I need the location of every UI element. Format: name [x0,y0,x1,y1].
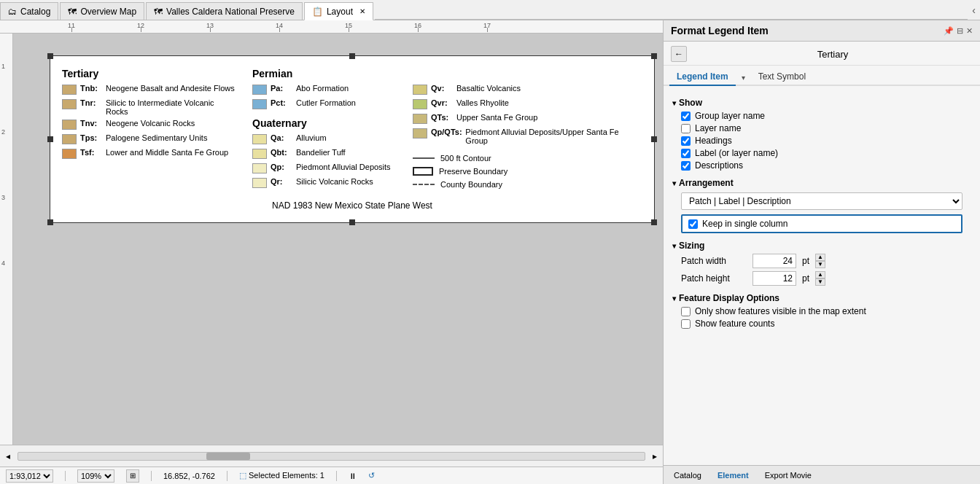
zoom-fit-btn[interactable]: ⊞ [126,469,139,483]
check-only-visible-label: Only show features visible in the map ex… [695,306,866,316]
legend-col-tertiary: Tertiary Tnb: Neogene Basalt and Andesit… [62,68,238,192]
check-descriptions-input[interactable] [681,161,691,171]
handle-ml[interactable] [47,136,53,142]
check-only-visible: Only show features visible in the map ex… [681,306,971,316]
patch-qv [413,85,427,95]
patch-width-up[interactable]: ▲ [815,254,825,261]
scale-select[interactable]: 1:93,012 [6,469,53,483]
keep-single-col-input[interactable] [688,219,698,229]
back-btn[interactable]: ← [671,46,687,62]
patch-height-up[interactable]: ▲ [815,271,825,278]
patch-height-input[interactable] [752,271,796,286]
check-headings: Headings [681,136,971,146]
handle-mr[interactable] [651,136,657,142]
patch-tnr [62,99,77,109]
check-label-input[interactable] [681,149,691,158]
tab-layout[interactable]: 📋 Layout ✕ [304,2,373,20]
legend-item-pct: Pct: Cutler Formation [252,98,398,110]
handle-tl[interactable] [47,53,53,59]
patch-tnb [62,85,77,95]
check-only-visible-input[interactable] [681,307,691,316]
check-group-layer-name: Group layer name [681,111,971,121]
rect-preserve [413,167,433,176]
tab-close-icon[interactable]: ✕ [359,7,365,15]
panel-title: Format Legend Item [671,25,769,36]
sep4 [336,471,337,481]
pin-btn[interactable]: 📌 [944,26,954,36]
legend-item-preserve: Preserve Boundary [413,167,642,176]
zoom-select[interactable]: 109% [77,469,114,483]
check-group-layer-name-input[interactable] [681,112,691,121]
catalog-icon: 🗂 [8,7,17,17]
scroll-left-btn[interactable]: ◂ [6,451,10,461]
scroll-track[interactable] [18,452,645,461]
scroll-thumb[interactable] [206,453,250,460]
panel-bottom-tabs: Catalog Element Export Movie [664,465,980,484]
legend-title-tertiary: Tertiary [62,68,238,79]
patch-pa [252,85,267,95]
tab-overview[interactable]: 🗺 Overview Map [60,2,144,20]
canvas-inner: Tertiary Tnb: Neogene Basalt and Andesit… [13,34,663,398]
panel-subtitle: Tertiary [693,49,973,60]
check-layer-name-input[interactable] [681,124,691,133]
legend-frame[interactable]: Tertiary Tnb: Neogene Basalt and Andesit… [50,55,655,223]
arrangement-dropdown: Patch | Label | Description [681,192,962,210]
check-label-or-layer-name: Label (or layer name) [681,148,971,158]
handle-br[interactable] [651,219,657,225]
check-show-counts-label: Show feature counts [695,319,774,329]
scroll-right-btn[interactable]: ▸ [653,451,657,461]
patch-tsf [62,149,77,159]
handle-bc[interactable] [349,219,355,225]
legend-title-quaternary: Quaternary [252,117,398,129]
handle-tc[interactable] [349,53,355,59]
tab-text-symbol[interactable]: Text Symbol [751,69,813,86]
status-bar: 1:93,012 109% ⊞ 16.852, -0.762 ⬚ Selecte… [0,467,663,484]
legend-item-qvr: Qvr: Valles Rhyolite [413,98,642,110]
check-descriptions-label: Descriptions [695,160,743,171]
tab-collapse-btn[interactable]: ‹ [968,4,980,16]
legend-item-pa: Pa: Abo Formation [252,84,398,95]
canvas-scroll[interactable]: Tertiary Tnb: Neogene Basalt and Andesit… [13,34,663,445]
main-layout: 11 12 13 14 15 16 17 1 2 3 4 [0,20,980,484]
arrangement-select[interactable]: Patch | Label | Description [681,192,962,210]
check-show-counts-input[interactable] [681,319,691,329]
pb-tab-element[interactable]: Element [713,469,753,481]
legend-item-qv: Qv: Basaltic Volcanics [413,84,642,95]
patch-pct [252,99,267,109]
patch-qbt [252,149,267,159]
patch-width-input[interactable] [752,254,796,268]
pb-tab-export[interactable]: Export Movie [761,469,816,481]
check-group-layer-name-label: Group layer name [695,111,765,121]
legend-item-tnr: Tnr: Silicic to Intermediate Volcanic Ro… [62,98,238,116]
legend-footer: NAD 1983 New Mexico State Plane West [62,200,642,211]
top-tab-bar: 🗂 Catalog 🗺 Overview Map 🗺 Valles Calder… [0,0,980,20]
patch-qvr [413,99,427,109]
pb-tab-catalog[interactable]: Catalog [669,469,706,481]
close-panel-btn[interactable]: ✕ [966,26,973,36]
legend-title-permian: Permian [252,68,398,79]
keep-single-col-label: Keep in single column [702,219,788,229]
tab-catalog[interactable]: 🗂 Catalog [0,2,58,20]
patch-width-spinner: ▲ ▼ [815,254,825,268]
handle-bl[interactable] [47,219,53,225]
refresh-btn[interactable]: ↺ [368,471,375,480]
pause-btn[interactable]: ⏸ [349,472,357,480]
tab-dropdown-arrow[interactable]: ▾ [739,71,748,85]
dock-btn[interactable]: ⊟ [957,26,963,36]
patch-height-down[interactable]: ▼ [815,278,825,286]
tab-legend-item[interactable]: Legend Item [669,69,736,86]
handle-tr[interactable] [651,53,657,59]
check-headings-input[interactable] [681,136,691,146]
sep3 [227,471,228,481]
layout-icon: 📋 [312,7,323,17]
panel-body[interactable]: Show Group layer name Layer name Heading… [664,86,980,465]
selected-display: ⬚ Selected Elements: 1 [239,471,324,480]
line-contour [413,157,435,159]
check-descriptions: Descriptions [681,160,971,171]
canvas-container: 1 2 3 4 [0,34,663,445]
overview-icon: 🗺 [68,7,77,17]
tab-valles[interactable]: 🗺 Valles Caldera National Preserve [146,2,303,20]
patch-qts [413,114,427,124]
patch-width-down[interactable]: ▼ [815,261,825,268]
legend-item-tnb: Tnb: Neogene Basalt and Andesite Flows [62,84,238,95]
